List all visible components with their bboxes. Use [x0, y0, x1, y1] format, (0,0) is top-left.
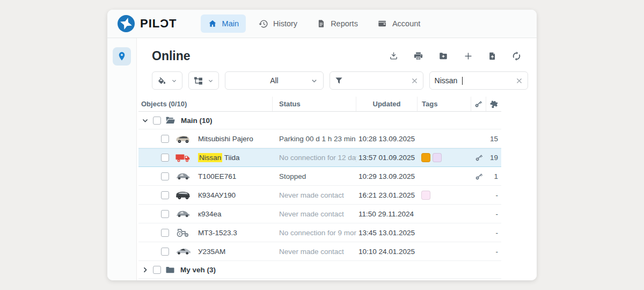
file-import-icon[interactable]: [488, 51, 497, 61]
folder-open-icon: [165, 116, 175, 125]
row-checkbox[interactable]: [161, 172, 169, 180]
tab-label: History: [273, 19, 297, 28]
group-row[interactable]: Main (10): [138, 112, 501, 129]
map-pin-button[interactable]: [113, 47, 131, 66]
tags-cell: [418, 191, 471, 200]
row-checkbox[interactable]: [161, 191, 169, 199]
group-label: My veh (3): [180, 266, 216, 274]
search-value: Nissan: [435, 76, 458, 85]
vehicle-objects-cell: У235АМ: [138, 247, 273, 256]
brand-logo[interactable]: PILƆT: [117, 15, 177, 33]
status-filter-input[interactable]: [330, 71, 423, 90]
group-objects-cell: My veh (3): [138, 266, 273, 274]
tag-swatch[interactable]: [421, 191, 430, 200]
vehicle-name: Mitsubishi Pajero: [198, 135, 253, 143]
download-icon[interactable]: [389, 51, 399, 61]
vehicle-row[interactable]: Nissan TiidaNo connection for 12 day13:5…: [138, 148, 501, 167]
print-icon[interactable]: [413, 51, 423, 61]
puzzle-column-header[interactable]: [486, 97, 501, 111]
group-objects-cell: Main (10): [138, 116, 273, 125]
history-icon: [258, 19, 268, 29]
clear-filter-icon[interactable]: [411, 77, 418, 84]
refresh-icon[interactable]: [511, 51, 522, 61]
chevron-right-icon[interactable]: [142, 266, 149, 273]
funnel-icon: [335, 77, 343, 85]
search-highlight: Nissan: [198, 153, 222, 162]
clear-search-icon[interactable]: [516, 77, 523, 84]
row-checkbox[interactable]: [161, 135, 169, 143]
status-text: Never made contact: [273, 210, 356, 218]
home-icon: [208, 19, 217, 28]
search-input[interactable]: Nissan: [429, 71, 528, 90]
tab-main[interactable]: Main: [201, 15, 246, 33]
tag-swatch[interactable]: [421, 153, 430, 162]
vehicle-row[interactable]: T100EE761Stopped10:29 13.09.20251: [138, 167, 501, 186]
tree-structure-icon: [194, 76, 203, 85]
group-select[interactable]: All: [225, 71, 324, 90]
row-checkbox[interactable]: [161, 154, 169, 162]
vehicle-row[interactable]: К934АУ190Never made contact16:21 23.01.2…: [138, 186, 501, 205]
group-checkbox[interactable]: [153, 266, 161, 274]
tag-swatch[interactable]: [433, 153, 442, 162]
updated-timestamp: 11:50 29.11.2024: [356, 210, 418, 218]
updated-timestamp: 13:57 01.09.2025: [356, 154, 418, 162]
objects-column-header[interactable]: Objects (0/10): [138, 97, 273, 111]
van-vehicle-icon: [175, 190, 191, 200]
vehicle-row[interactable]: МТ3-1523.3No connection for 9 mont13:45 …: [138, 223, 501, 242]
status-text: No connection for 12 day: [273, 154, 356, 162]
status-text: Never made contact: [273, 248, 356, 256]
toolbar: [389, 51, 528, 61]
tab-account[interactable]: Account: [370, 15, 427, 33]
folder-closed-icon: [165, 266, 175, 274]
tab-history[interactable]: History: [251, 15, 304, 33]
updated-column-header[interactable]: Updated: [356, 97, 418, 111]
vehicle-objects-cell: к934еа: [138, 209, 273, 219]
group-row[interactable]: My veh (3): [138, 261, 501, 279]
vehicle-name: У235АМ: [198, 248, 225, 256]
vehicle-row[interactable]: к934еаNever made contact11:50 29.11.2024…: [138, 205, 501, 223]
tab-label: Main: [222, 19, 239, 28]
chevron-down-icon[interactable]: [142, 117, 149, 124]
top-navbar: PILƆT Main History: [107, 10, 537, 38]
suv-vehicle-icon: [175, 134, 191, 144]
status-text: Never made contact: [273, 191, 356, 199]
status-text: Parking 00 d 1 h 23 min: [273, 135, 356, 143]
vehicle-row[interactable]: У235АМNever made contact10:10 24.01.2025…: [138, 242, 501, 261]
tab-label: Reports: [331, 19, 358, 28]
chevron-down-icon: [171, 78, 177, 84]
folder-add-icon[interactable]: [438, 51, 449, 61]
key-cell: [471, 154, 486, 162]
key-cell: [471, 172, 486, 180]
tree-view-button[interactable]: [188, 71, 219, 90]
paint-fill-icon: [157, 76, 166, 85]
key-column-header[interactable]: [471, 97, 486, 111]
sensor-count: -: [486, 248, 501, 256]
tags-cell: [418, 153, 471, 162]
sensor-count: -: [486, 229, 501, 237]
tab-label: Account: [392, 19, 420, 28]
add-icon[interactable]: [463, 51, 473, 61]
row-checkbox[interactable]: [161, 229, 169, 237]
chevron-down-icon: [208, 78, 214, 84]
sensor-count: 19: [486, 154, 501, 162]
vehicle-objects-cell: Mitsubishi Pajero: [138, 134, 273, 144]
sensor-count: 15: [486, 135, 501, 143]
group-checkbox[interactable]: [153, 117, 161, 125]
filter-bar: All Nissan: [137, 68, 537, 97]
vehicle-name: К934АУ190: [198, 191, 236, 199]
tab-reports[interactable]: Reports: [310, 15, 365, 33]
text-caret: [462, 77, 463, 85]
key-icon: [475, 154, 483, 162]
row-checkbox[interactable]: [161, 248, 169, 256]
status-column-header[interactable]: Status: [273, 97, 356, 111]
tags-column-header[interactable]: Tags: [418, 97, 471, 111]
truck-vehicle-icon: [175, 153, 191, 163]
sedan-vehicle-icon: [175, 247, 191, 256]
objects-table: Objects (0/10) Status Updated Tags Main …: [138, 97, 501, 280]
vehicle-objects-cell: Nissan Tiida: [138, 153, 273, 163]
color-fill-button[interactable]: [152, 71, 182, 90]
vehicle-row[interactable]: Mitsubishi PajeroParking 00 d 1 h 23 min…: [138, 129, 501, 148]
logo-mark-icon: [117, 15, 135, 33]
nav-tabs: Main History Reports: [201, 15, 428, 33]
row-checkbox[interactable]: [161, 210, 169, 218]
